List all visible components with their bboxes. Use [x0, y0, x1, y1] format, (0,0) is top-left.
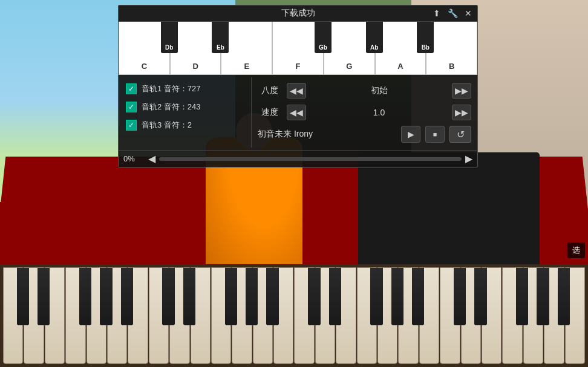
track-2-checkbox[interactable]: ✓: [126, 102, 137, 112]
key-eb[interactable]: Eb: [212, 22, 229, 53]
key-db[interactable]: Db: [161, 22, 178, 53]
bottom-white-key-7[interactable]: [149, 267, 169, 364]
octave-row: 八度 ◀◀ 初始 ▶▶: [256, 80, 472, 102]
bottom-black-key-18[interactable]: [391, 268, 403, 325]
key-e[interactable]: E: [221, 22, 272, 75]
octave-prev-btn[interactable]: ◀◀: [287, 83, 306, 99]
speed-prev-btn[interactable]: ◀◀: [287, 105, 306, 120]
piano-keys-display: Db C Eb D E Gb F: [119, 22, 477, 75]
bottom-black-key-19[interactable]: [412, 268, 424, 325]
bottom-black-key-7[interactable]: [162, 268, 174, 325]
octave-label: 八度: [258, 85, 282, 96]
track-item-1: ✓ 音轨1 音符：727: [123, 80, 246, 98]
key-gb[interactable]: Gb: [315, 22, 332, 53]
track-3-label: 音轨3 音符：2: [142, 120, 192, 131]
key-c[interactable]: Db C: [119, 22, 170, 75]
bottom-black-key-3[interactable]: [79, 268, 91, 325]
bottom-white-key-21[interactable]: [440, 267, 460, 364]
bottom-black-key-17[interactable]: [370, 268, 382, 325]
song-row: 初音未来 Irony ▶ ■ ↺: [256, 123, 472, 145]
speed-row: 速度 ◀◀ 1.0 ▶▶: [256, 102, 472, 123]
key-b[interactable]: B: [426, 22, 477, 75]
bottom-black-key-10[interactable]: [225, 268, 237, 325]
controls-area: ✓ 音轨1 音符：727 ✓ 音轨2 音符：243 ✓ 音轨3 音符：2 八度 …: [119, 75, 477, 150]
bottom-black-key-0[interactable]: [17, 268, 29, 325]
key-bb[interactable]: Bb: [417, 22, 434, 53]
upload-icon[interactable]: ⬆: [431, 8, 442, 19]
main-panel: 下载成功 ⬆ 🔧 ✕ Db C Eb D: [118, 5, 478, 167]
reset-button[interactable]: ↺: [449, 126, 471, 143]
key-f[interactable]: Gb F: [272, 22, 324, 75]
bottom-black-key-1[interactable]: [38, 268, 50, 325]
track-item-3: ✓ 音轨3 音符：2: [123, 116, 246, 134]
bottom-black-key-26[interactable]: [558, 268, 570, 325]
bottom-black-key-24[interactable]: [516, 268, 528, 325]
wrench-icon[interactable]: 🔧: [447, 8, 458, 19]
progress-next-btn[interactable]: ▶: [465, 153, 472, 164]
close-icon[interactable]: ✕: [463, 8, 474, 19]
speed-value: 1.0: [311, 108, 447, 117]
bottom-white-key-24[interactable]: [502, 267, 522, 364]
progress-row: 0% ◀ ▶: [119, 150, 477, 167]
bottom-black-key-14[interactable]: [308, 268, 320, 325]
track-list: ✓ 音轨1 音符：727 ✓ 音轨2 音符：243 ✓ 音轨3 音符：2: [119, 77, 252, 148]
bottom-piano-keyboard: (function() { const piano = document.que…: [0, 264, 588, 367]
track-3-checkbox[interactable]: ✓: [126, 120, 137, 131]
title-controls: ⬆ 🔧 ✕: [431, 8, 474, 19]
bottom-black-key-4[interactable]: [100, 268, 112, 325]
bottom-white-key-0[interactable]: [3, 267, 23, 364]
key-ab[interactable]: Ab: [366, 22, 383, 53]
track-2-label: 音轨2 音符：243: [142, 102, 201, 112]
bottom-black-key-21[interactable]: [454, 268, 466, 325]
speed-next-btn[interactable]: ▶▶: [452, 105, 471, 120]
bottom-white-key-17[interactable]: [357, 267, 377, 364]
progress-percent: 0%: [123, 154, 145, 163]
piano-background-sprite: [358, 152, 540, 273]
speed-label: 速度: [258, 107, 282, 118]
bottom-black-key-12[interactable]: [266, 268, 278, 325]
panel-title: 下载成功: [281, 8, 315, 19]
bottom-black-key-11[interactable]: [246, 268, 258, 325]
stop-button[interactable]: ■: [425, 126, 445, 143]
bottom-black-key-25[interactable]: [537, 268, 549, 325]
bottom-black-key-15[interactable]: [329, 268, 341, 325]
progress-prev-btn[interactable]: ◀: [148, 153, 155, 164]
octave-value: 初始: [311, 85, 447, 96]
bottom-black-key-8[interactable]: [183, 268, 195, 325]
bottom-white-key-10[interactable]: [211, 267, 231, 364]
select-badge[interactable]: 选: [567, 242, 585, 258]
bottom-black-key-22[interactable]: [474, 268, 486, 325]
bottom-black-key-5[interactable]: [121, 268, 133, 325]
bottom-white-key-14[interactable]: [294, 267, 314, 364]
track-1-checkbox[interactable]: ✓: [126, 83, 137, 94]
progress-track[interactable]: [159, 157, 462, 161]
octave-next-btn[interactable]: ▶▶: [452, 83, 471, 99]
track-item-2: ✓ 音轨2 音符：243: [123, 98, 246, 116]
right-controls: 八度 ◀◀ 初始 ▶▶ 速度 ◀◀ 1.0 ▶▶: [252, 77, 477, 148]
track-1-label: 音轨1 音符：727: [142, 83, 201, 94]
song-title: 初音未来 Irony: [258, 129, 396, 140]
bottom-white-key-3[interactable]: [65, 267, 85, 364]
title-bar: 下载成功 ⬆ 🔧 ✕: [119, 5, 477, 22]
play-button[interactable]: ▶: [401, 126, 420, 143]
